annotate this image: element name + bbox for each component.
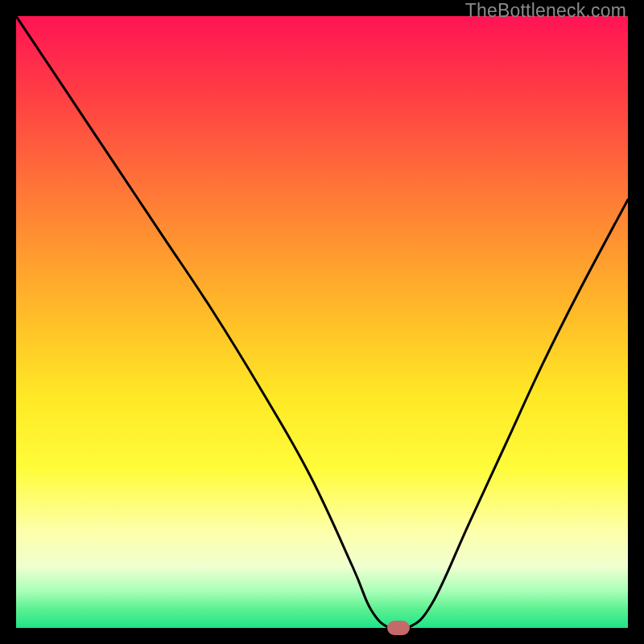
chart-curve	[16, 16, 628, 628]
watermark-text: TheBottleneck.com	[465, 0, 626, 22]
chart-marker	[387, 621, 410, 635]
bottleneck-chart: TheBottleneck.com	[0, 0, 644, 644]
